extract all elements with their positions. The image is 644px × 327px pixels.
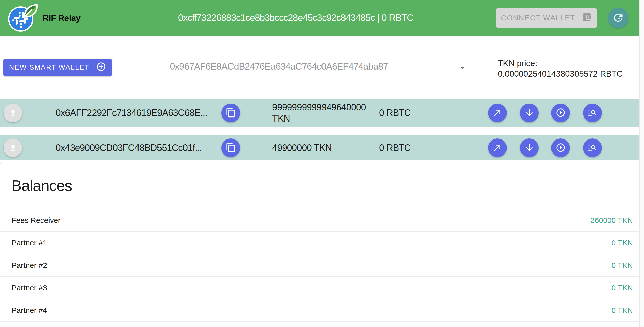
balances-header: Balances	[0, 162, 639, 209]
deploy-wallet-button[interactable]	[4, 104, 22, 122]
content-copy-icon	[226, 108, 236, 119]
connected-account-info: 0xcff73226883c1ce8b3bccc28e45c3c92c84348…	[80, 13, 496, 23]
token-price: TKN price: 0.00000254014380305572 RBTC	[498, 58, 623, 79]
smart-wallet-select-value: 0x967AF6E8ACdB2476Ea634aC764c0A6EF474aba…	[170, 61, 388, 72]
balance-value: 0 TKN	[612, 239, 633, 247]
manage-search-icon	[587, 108, 597, 119]
token-price-label: TKN price:	[498, 58, 623, 68]
smart-wallet-row: 0x6AFF2292Fc7134619E9A63C68E... 99999999…	[0, 99, 639, 127]
execute-button[interactable]	[551, 104, 570, 122]
play-circle-icon	[556, 108, 566, 119]
balance-row: Partner #4 0 TKN	[0, 299, 639, 321]
copy-address-button[interactable]	[221, 104, 240, 122]
balances-card: Balances Fees Receiver 260000 TKN Partne…	[0, 162, 639, 327]
smart-wallet-row: 0x43e9009CD03FC48BD551Cc01f... 49900000 …	[0, 135, 639, 160]
app-header: RIF Relay 0xcff73226883c1ce8b3bccc28e45c…	[0, 0, 639, 36]
balance-label: Fees Receiver	[12, 216, 60, 225]
new-smart-wallet-button[interactable]: NEW SMART WALLET	[3, 59, 112, 76]
balance-value: 0 TKN	[612, 284, 633, 292]
balance-row: Fees Receiver 260000 TKN	[0, 209, 639, 231]
balance-label: Partner #4	[12, 306, 47, 315]
rif-relay-logo	[7, 3, 39, 34]
balance-value: 0 TKN	[612, 261, 633, 270]
new-smart-wallet-label: NEW SMART WALLET	[9, 64, 90, 72]
inspect-transactions-button[interactable]	[583, 104, 602, 122]
connect-wallet-label: CONNECT WALLET	[501, 14, 575, 22]
scrollbar[interactable]	[639, 0, 644, 327]
leaf-icon	[24, 5, 37, 18]
upload-deploy-icon	[8, 143, 18, 153]
balance-label: Partner #1	[12, 239, 47, 247]
balance-label: Partner #2	[12, 261, 47, 270]
balance-row: Partner #1 0 TKN	[0, 231, 639, 254]
balances-title: Balances	[12, 177, 72, 194]
chevron-down-icon	[458, 64, 467, 73]
balance-value: 0 TKN	[612, 306, 633, 315]
manage-search-icon	[587, 143, 597, 153]
arrow-up-right-icon	[492, 143, 502, 153]
balance-value: 260000 TKN	[590, 216, 633, 225]
arrow-down-icon	[524, 108, 534, 119]
receive-button[interactable]	[520, 104, 539, 122]
connect-wallet-button[interactable]: CONNECT WALLET	[496, 8, 597, 28]
app-title: RIF Relay	[42, 13, 80, 23]
balance-row: Partner #3 0 TKN	[0, 276, 639, 299]
token-price-value: 0.00000254014380305572 RBTC	[498, 68, 623, 79]
transfer-button[interactable]	[488, 104, 507, 122]
arrow-down-icon	[524, 143, 534, 153]
deploy-wallet-button[interactable]	[4, 138, 22, 157]
copy-address-button[interactable]	[221, 138, 240, 157]
token-balance: 49900000 TKN	[272, 142, 376, 153]
plus-circle-icon	[96, 62, 106, 74]
play-circle-icon	[556, 143, 566, 153]
transfer-button[interactable]	[488, 138, 507, 157]
balance-label: Partner #3	[12, 284, 47, 292]
rif-relay-app: RIF Relay 0xcff73226883c1ce8b3bccc28e45c…	[0, 0, 644, 327]
refresh-button[interactable]	[608, 8, 628, 28]
update-clock-refresh-icon	[613, 12, 624, 24]
upload-deploy-icon	[8, 108, 18, 119]
token-balance: 9999999999949640000 TKN	[272, 102, 376, 124]
wallet-icon	[582, 12, 592, 24]
balance-row: Partner #2 0 TKN	[0, 254, 639, 276]
smart-wallet-address: 0x43e9009CD03FC48BD551Cc01f...	[56, 143, 202, 153]
arrow-up-right-icon	[492, 108, 502, 119]
balances-footer	[0, 321, 639, 327]
smart-wallet-address: 0x6AFF2292Fc7134619E9A63C68E...	[56, 108, 207, 118]
rbtc-balance: 0 RBTC	[379, 143, 411, 153]
smart-wallet-select[interactable]: 0x967AF6E8ACdB2476Ea634aC764c0A6EF474aba…	[170, 58, 470, 76]
execute-button[interactable]	[551, 138, 570, 157]
content-copy-icon	[226, 143, 236, 153]
inspect-transactions-button[interactable]	[583, 138, 602, 157]
rbtc-balance: 0 RBTC	[379, 108, 411, 118]
receive-button[interactable]	[520, 138, 539, 157]
